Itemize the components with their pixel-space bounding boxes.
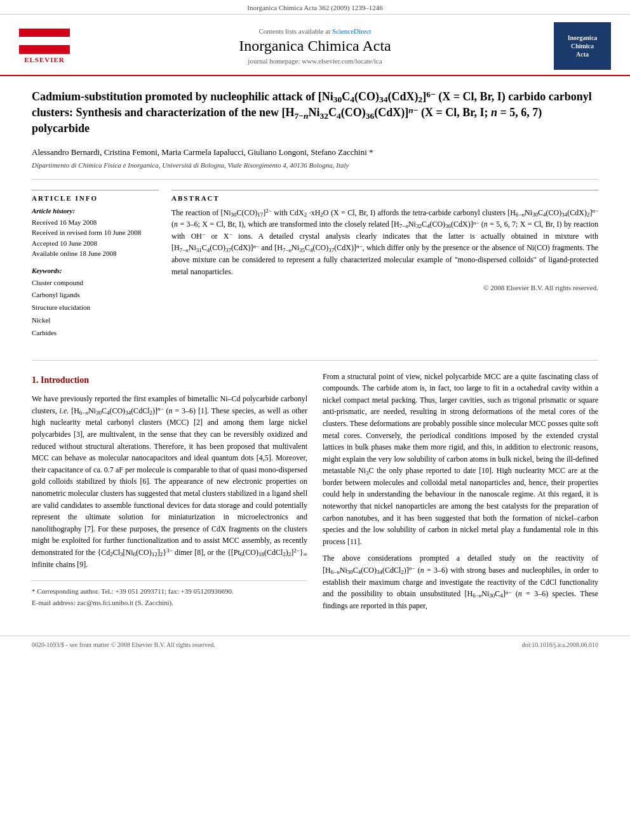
- article-title: Cadmium-substitution promoted by nucleop…: [32, 89, 598, 137]
- accepted-date: Accepted 10 June 2008: [32, 238, 159, 249]
- received-date: Received 16 May 2008: [32, 217, 159, 228]
- keyword-3: Structure elucidation: [32, 302, 159, 314]
- footnotes: * Corresponding author. Tel.: +39 051 20…: [32, 580, 307, 608]
- article-body: ARTICLE INFO Article history: Received 1…: [32, 190, 598, 347]
- keyword-5: Carbides: [32, 327, 159, 340]
- keywords-section: Keywords: Cluster compound Carbonyl liga…: [32, 267, 159, 340]
- affiliation: Dipartimento di Chimica Fisica e Inorgan…: [32, 161, 598, 169]
- sciencedirect-line: Contents lists available at ScienceDirec…: [76, 27, 554, 35]
- footer-copyright: 0020-1693/$ - see front matter © 2008 El…: [32, 641, 215, 648]
- body-col-right: From a structural point of view, nickel …: [323, 371, 598, 617]
- body-columns: 1. Introduction We have previously repor…: [32, 371, 598, 617]
- journal-title: Inorganica Chimica Acta: [76, 37, 554, 55]
- abstract-section: ABSTRACT The reaction of [Ni30C(CO)17]2−…: [171, 190, 598, 347]
- history-section: Article history: Received 16 May 2008 Re…: [32, 207, 159, 259]
- keywords-label: Keywords:: [32, 267, 159, 274]
- intro-para-right-1: From a structural point of view, nickel …: [323, 371, 598, 548]
- divider-1: [32, 179, 598, 180]
- intro-para-1: We have previously reported the first ex…: [32, 393, 307, 570]
- abstract-text: The reaction of [Ni30C(CO)17]2− with CdX…: [171, 207, 598, 278]
- journal-logo-box-area: InorganicaChimicaActa: [554, 22, 617, 70]
- elsevier-stripe-graphic: [19, 29, 70, 54]
- main-content: Cadmium-substitution promoted by nucleop…: [0, 76, 630, 629]
- keywords-list: Cluster compound Carbonyl ligands Struct…: [32, 277, 159, 340]
- contents-available-text: Contents lists available at: [258, 27, 330, 35]
- article-info: ARTICLE INFO Article history: Received 1…: [32, 190, 159, 347]
- body-col-left: 1. Introduction We have previously repor…: [32, 371, 307, 617]
- footer-bar: 0020-1693/$ - see front matter © 2008 El…: [0, 636, 630, 653]
- elsevier-label: ELSEVIER: [24, 56, 65, 63]
- section1-title: 1. Introduction: [32, 373, 307, 387]
- intro-para-right-2: The above considerations prompted a deta…: [323, 552, 598, 611]
- journal-logo-title: InorganicaChimicaActa: [568, 34, 598, 58]
- article-info-header: ARTICLE INFO: [32, 190, 159, 202]
- journal-header: ELSEVIER Contents lists available at Sci…: [0, 15, 630, 76]
- revised-date: Received in revised form 10 June 2008: [32, 227, 159, 238]
- authors: Alessandro Bernardi, Cristina Femoni, Ma…: [32, 147, 598, 157]
- elsevier-logo-area: ELSEVIER: [13, 29, 76, 63]
- divider-2: [32, 360, 598, 361]
- abstract-header: ABSTRACT: [171, 190, 598, 202]
- footnote-email: E-mail address: zac@ms.fci.unibo.it (S. …: [32, 597, 307, 609]
- footer-doi: doi:10.1016/j.ica.2008.06.010: [522, 641, 598, 648]
- journal-header-center: Contents lists available at ScienceDirec…: [76, 27, 554, 65]
- history-label: Article history:: [32, 207, 159, 215]
- top-bar: Inorganica Chimica Acta 362 (2009) 1239–…: [0, 0, 630, 15]
- journal-url: journal homepage: www.elsevier.com/locat…: [76, 57, 554, 65]
- available-date: Available online 18 June 2008: [32, 248, 159, 259]
- journal-logo-box: InorganicaChimicaActa: [554, 22, 611, 70]
- keyword-1: Cluster compound: [32, 277, 159, 290]
- keyword-2: Carbonyl ligands: [32, 289, 159, 302]
- page-wrapper: Inorganica Chimica Acta 362 (2009) 1239–…: [0, 0, 630, 653]
- footnote-corresponding: * Corresponding author. Tel.: +39 051 20…: [32, 586, 307, 597]
- elsevier-logo: ELSEVIER: [13, 29, 76, 63]
- copyright-text: © 2008 Elsevier B.V. All rights reserved…: [171, 284, 598, 291]
- keyword-4: Nickel: [32, 314, 159, 327]
- sciencedirect-link[interactable]: ScienceDirect: [332, 27, 372, 35]
- journal-citation: Inorganica Chimica Acta 362 (2009) 1239–…: [247, 4, 382, 11]
